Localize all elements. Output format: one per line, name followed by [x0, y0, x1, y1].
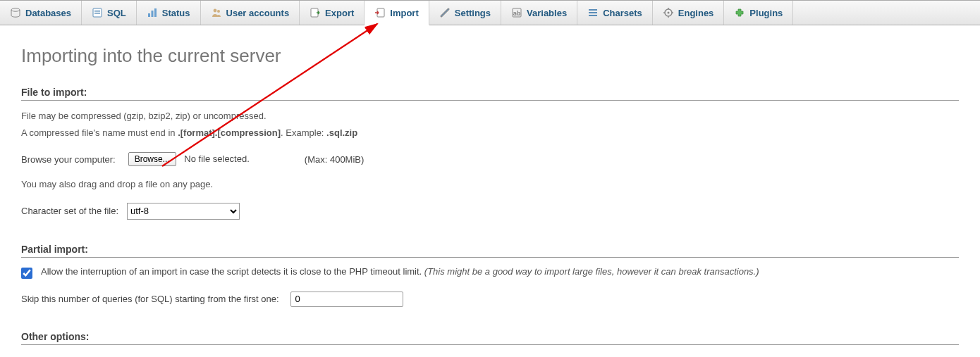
tab-label: Engines	[678, 8, 714, 18]
main-content: Importing into the current server File t…	[0, 25, 980, 357]
settings-icon	[439, 7, 451, 18]
skip-queries-label: Skip this number of queries (for SQL) st…	[21, 294, 279, 304]
tab-label: Variables	[527, 8, 567, 18]
tab-label: Status	[162, 8, 190, 18]
browse-label: Browse your computer:	[21, 154, 116, 165]
tab-plugins[interactable]: Plugins	[724, 1, 793, 25]
tab-label: Settings	[455, 8, 491, 18]
charset-label: Character set of the file:	[21, 206, 118, 216]
page-title: Importing into the current server	[21, 45, 959, 67]
engines-icon	[663, 7, 674, 18]
section-file-heading: File to import:	[21, 87, 959, 101]
tab-label: Export	[325, 8, 354, 18]
file-hint-naming: A compressed file's name must end in .[f…	[21, 126, 959, 140]
dragdrop-hint: You may also drag and drop a file on any…	[21, 177, 959, 192]
export-icon	[310, 7, 321, 18]
users-icon	[211, 7, 222, 18]
browse-button[interactable]: Browse...	[128, 152, 176, 166]
tab-import[interactable]: Import	[365, 1, 429, 25]
import-icon	[374, 7, 386, 18]
tab-settings[interactable]: Settings	[429, 1, 501, 25]
svg-point-7	[213, 9, 216, 13]
svg-rect-2	[94, 11, 100, 12]
svg-point-17	[667, 12, 669, 14]
svg-point-8	[217, 10, 220, 13]
svg-rect-13	[589, 9, 597, 11]
file-hint-naming-example-prefix: . Example:	[281, 127, 326, 138]
sql-icon	[92, 7, 103, 18]
allow-interrupt-label: Allow the interruption of an import in c…	[41, 266, 759, 277]
top-nav: Databases SQL Status User accounts Expor…	[0, 0, 980, 25]
databases-icon	[10, 7, 21, 18]
allow-interrupt-text: Allow the interruption of an import in c…	[41, 266, 424, 277]
status-icon	[147, 7, 158, 18]
tab-label: Plugins	[749, 8, 783, 18]
tab-engines[interactable]: Engines	[653, 1, 725, 25]
plugins-icon	[734, 7, 745, 18]
tab-label: Databases	[25, 8, 71, 18]
tab-label: User accounts	[226, 8, 290, 18]
tab-label: SQL	[107, 8, 126, 18]
max-upload-size: (Max: 400MiB)	[305, 154, 365, 165]
section-other-heading: Other options:	[21, 331, 959, 345]
file-hint-compression: File may be compressed (gzip, bzip2, zip…	[21, 109, 959, 123]
svg-point-0	[11, 8, 20, 11]
allow-interrupt-hint: (This might be a good way to import larg…	[424, 266, 759, 277]
svg-rect-15	[589, 15, 597, 16]
tab-databases[interactable]: Databases	[0, 1, 82, 25]
svg-rect-14	[589, 12, 597, 13]
variables-icon: ab	[511, 7, 522, 18]
svg-text:ab: ab	[513, 10, 521, 17]
tab-export[interactable]: Export	[300, 1, 365, 25]
charsets-icon	[587, 7, 599, 18]
tab-sql[interactable]: SQL	[82, 1, 137, 25]
tab-label: Charsets	[603, 8, 642, 18]
charset-select[interactable]: utf-8	[127, 203, 240, 220]
file-hint-naming-pattern: .[format].[compression]	[178, 127, 281, 138]
allow-interrupt-checkbox[interactable]	[21, 268, 32, 279]
svg-rect-5	[151, 11, 153, 17]
tab-variables[interactable]: ab Variables	[501, 1, 577, 25]
svg-rect-3	[94, 13, 100, 14]
tab-label: Import	[390, 8, 418, 18]
section-partial-heading: Partial import:	[21, 244, 959, 258]
file-hint-naming-prefix: A compressed file's name must end in	[21, 127, 178, 138]
tab-charsets[interactable]: Charsets	[577, 1, 653, 25]
file-hint-naming-example: .sql.zip	[326, 127, 357, 138]
tab-user-accounts[interactable]: User accounts	[201, 1, 300, 25]
tab-status[interactable]: Status	[137, 1, 201, 25]
skip-queries-input[interactable]	[290, 292, 403, 307]
svg-rect-4	[148, 13, 150, 17]
svg-rect-6	[154, 8, 157, 17]
file-selected-status: No file selected.	[184, 154, 250, 164]
